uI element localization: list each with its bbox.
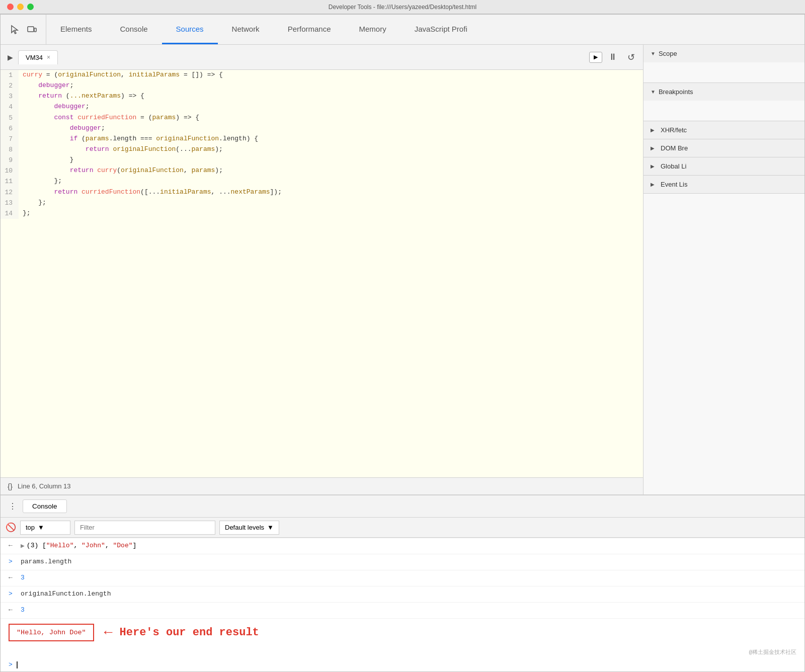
xhr-label: XHR/fetc: [661, 126, 687, 134]
levels-label: Default levels: [225, 524, 264, 531]
minimize-button[interactable]: [17, 4, 24, 10]
line-number: 12: [1, 187, 19, 198]
breakpoints-section: ▼ Breakpoints: [643, 83, 804, 121]
output-arrow-1: ←: [9, 542, 16, 549]
file-tab-name: VM34: [26, 54, 43, 61]
pause-button[interactable]: ⏸: [604, 50, 621, 64]
close-button[interactable]: [7, 4, 14, 10]
global-header[interactable]: ▶ Global Li: [643, 157, 804, 175]
code-line: 1curry = (originalFunction, initialParam…: [1, 70, 643, 80]
context-dropdown-icon: ▼: [38, 524, 44, 531]
code-line: 10 return curry(originalFunction, params…: [1, 165, 643, 176]
code-line: 14};: [1, 208, 643, 219]
code-line: 9 }: [1, 155, 643, 165]
resume-button[interactable]: ↺: [623, 50, 639, 65]
tab-console[interactable]: Console: [106, 15, 162, 44]
toolbar-tabs: Elements Console Sources Network Perform…: [46, 15, 804, 44]
line-number: 13: [1, 198, 19, 208]
event-triangle-icon: ▶: [651, 182, 655, 187]
line-number: 1: [1, 70, 19, 80]
code-line: 3 return (...nextParams) => {: [1, 91, 643, 102]
tab-network[interactable]: Network: [218, 15, 274, 44]
tab-memory[interactable]: Memory: [345, 15, 400, 44]
console-prompt[interactable]: >: [1, 658, 804, 671]
arrow-annotation: ← Here's our end result: [104, 625, 259, 640]
devtools-toolbar: Elements Console Sources Network Perform…: [1, 15, 804, 45]
console-value-3a: 3: [21, 574, 25, 581]
code-line: 5 const curriedFunction = (params) => {: [1, 113, 643, 123]
line-content: curry = (originalFunction, initialParams…: [19, 70, 223, 80]
expand-icon-1[interactable]: ▶: [21, 542, 25, 550]
console-menu-button[interactable]: ⋮: [5, 499, 21, 513]
format-icon[interactable]: {}: [8, 482, 13, 490]
event-header[interactable]: ▶ Event Lis: [643, 176, 804, 193]
annotation-text: Here's our end result: [120, 626, 259, 639]
event-label: Event Lis: [661, 181, 687, 188]
breakpoints-header[interactable]: ▼ Breakpoints: [643, 83, 804, 101]
line-content: return (...nextParams) => {: [19, 91, 144, 101]
breakpoints-triangle-icon: ▼: [651, 89, 656, 95]
tab-performance[interactable]: Performance: [274, 15, 345, 44]
window-title: Developer Tools - file:///Users/yazeed/D…: [329, 4, 477, 11]
console-toolbar: ⋮ Console: [1, 495, 804, 518]
filter-input[interactable]: [74, 521, 215, 535]
levels-select[interactable]: Default levels ▼: [219, 521, 279, 535]
file-tab-close[interactable]: ×: [47, 54, 50, 61]
console-tab[interactable]: Console: [23, 499, 67, 513]
element-picker-button[interactable]: [8, 23, 22, 37]
file-tab-prev-button[interactable]: ▶: [5, 51, 16, 63]
tab-elements[interactable]: Elements: [46, 15, 106, 44]
cursor-position: Line 6, Column 13: [18, 482, 71, 490]
xhr-triangle-icon: ▶: [651, 127, 655, 133]
dom-header[interactable]: ▶ DOM Bre: [643, 139, 804, 157]
console-value-3b: 3: [21, 606, 25, 614]
code-line: 4 debugger;: [1, 102, 643, 112]
global-section: ▶ Global Li: [643, 157, 804, 176]
output-arrow-3: ←: [9, 574, 16, 581]
devtools-main: ▶ VM34 × ▶ ⏸ ↺ 1curry = (originalFunctio…: [1, 45, 804, 494]
line-content: };: [19, 176, 62, 186]
dom-section: ▶ DOM Bre: [643, 139, 804, 157]
right-panel: ▼ Scope ▼ Breakpoints ▶ XHR/fetc: [643, 45, 804, 494]
maximize-button[interactable]: [27, 4, 34, 10]
svg-rect-2: [34, 28, 36, 32]
event-section: ▶ Event Lis: [643, 176, 804, 194]
line-number: 6: [1, 123, 19, 134]
tab-javascript-profiler[interactable]: JavaScript Profi: [400, 15, 481, 44]
devtools-window: Elements Console Sources Network Perform…: [0, 14, 805, 672]
scope-label: Scope: [659, 50, 677, 57]
svg-marker-0: [12, 26, 18, 34]
code-line: 12 return curriedFunction([...initialPar…: [1, 187, 643, 198]
scope-header[interactable]: ▼ Scope: [643, 45, 804, 62]
device-icon: [27, 25, 37, 35]
context-value: top: [26, 524, 35, 531]
device-toggle-button[interactable]: [25, 23, 39, 37]
global-triangle-icon: ▶: [651, 163, 655, 169]
code-editor: 1curry = (originalFunction, initialParam…: [1, 70, 643, 477]
line-number: 3: [1, 91, 19, 102]
line-content: debugger;: [19, 102, 90, 112]
line-content: };: [19, 208, 31, 218]
sources-panel: ▶ VM34 × ▶ ⏸ ↺ 1curry = (originalFunctio…: [1, 45, 643, 494]
code-line: 2 debugger;: [1, 80, 643, 91]
console-array-output: (3) ["Hello", "John", "Doe"]: [27, 542, 136, 549]
block-icon[interactable]: 🚫: [6, 522, 16, 533]
line-content: const curriedFunction = (params) => {: [19, 113, 199, 123]
file-tab-vm34[interactable]: VM34 ×: [18, 50, 58, 64]
levels-dropdown-icon: ▼: [267, 524, 274, 531]
run-snippet-button[interactable]: ▶: [589, 52, 602, 63]
breakpoints-label: Breakpoints: [659, 88, 693, 96]
line-number: 5: [1, 113, 19, 123]
code-line: 11 };: [1, 176, 643, 187]
result-highlight-row: "Hello, John Doe" ← Here's our end resul…: [1, 619, 804, 646]
xhr-header[interactable]: ▶ XHR/fetc: [643, 121, 804, 139]
console-row-3b: ← 3: [1, 603, 804, 619]
scope-section: ▼ Scope: [643, 45, 804, 83]
input-arrow-2: >: [9, 558, 16, 565]
context-select[interactable]: top ▼: [20, 521, 70, 535]
dom-label: DOM Bre: [661, 144, 688, 152]
tab-sources[interactable]: Sources: [162, 15, 218, 44]
line-content: if (params.length === originalFunction.l…: [19, 134, 258, 144]
prompt-arrow-icon: >: [9, 661, 13, 668]
input-arrow-4: >: [9, 590, 16, 598]
